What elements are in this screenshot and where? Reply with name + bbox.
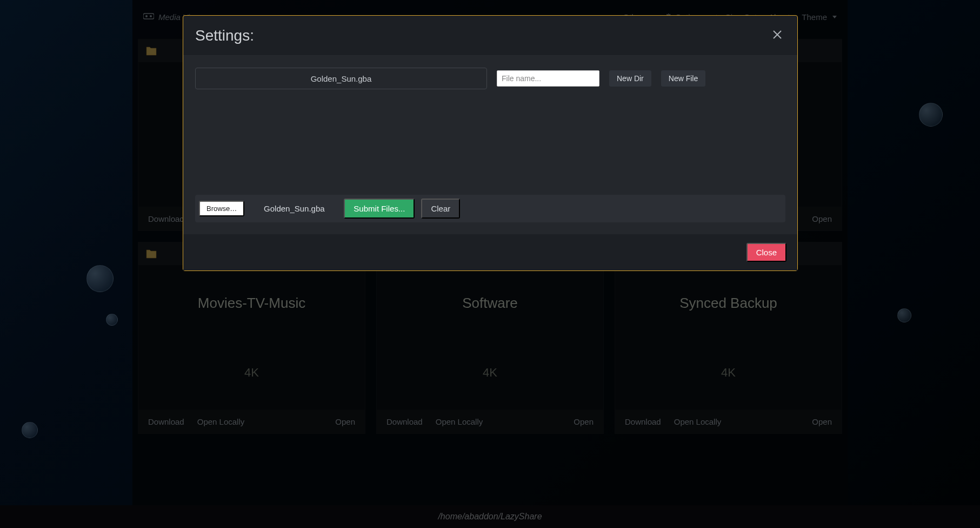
submit-files-button[interactable]: Submit Files...	[344, 199, 415, 219]
settings-modal: Settings: Golden_Sun.gba New Dir New Fil…	[183, 15, 798, 271]
browse-button[interactable]: Browse…	[199, 201, 244, 216]
selected-file-display[interactable]: Golden_Sun.gba	[195, 68, 487, 89]
new-dir-button[interactable]: New Dir	[609, 70, 651, 87]
clear-button[interactable]: Clear	[421, 199, 460, 219]
modal-header: Settings:	[183, 16, 797, 56]
close-button[interactable]: Close	[746, 243, 786, 262]
modal-top-row: Golden_Sun.gba New Dir New File	[195, 68, 785, 89]
modal-title: Settings:	[195, 27, 254, 44]
file-name-input[interactable]	[497, 70, 599, 87]
new-file-button[interactable]: New File	[661, 70, 705, 87]
modal-footer: Close	[183, 234, 797, 270]
close-icon[interactable]	[769, 25, 785, 46]
modal-body: Golden_Sun.gba New Dir New File Browse… …	[183, 56, 797, 234]
selected-file-label: Golden_Sun.gba	[311, 74, 372, 83]
upload-filename: Golden_Sun.gba	[251, 204, 337, 213]
upload-bar: Browse… Golden_Sun.gba Submit Files... C…	[195, 195, 785, 222]
